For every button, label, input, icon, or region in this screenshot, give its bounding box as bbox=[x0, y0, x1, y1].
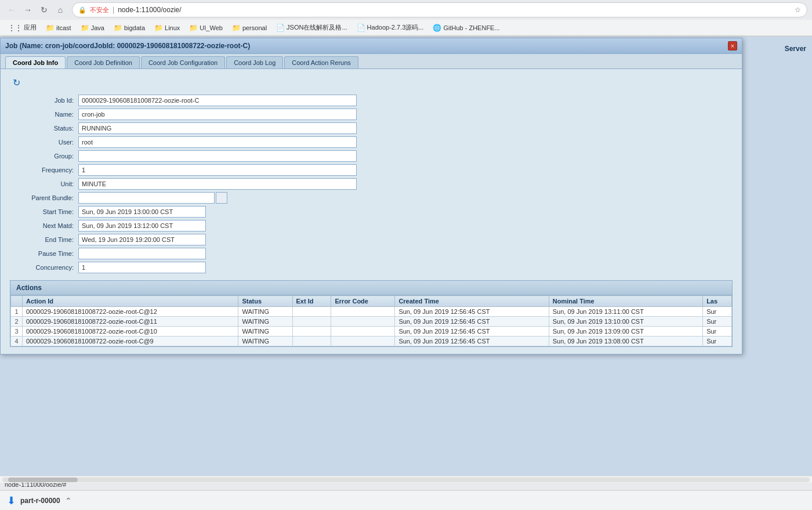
concurrency-input[interactable] bbox=[78, 262, 206, 273]
bookmark-star-icon[interactable]: ☆ bbox=[795, 6, 801, 14]
tab-coord-job-info[interactable]: Coord Job Info bbox=[5, 56, 66, 68]
parent-bundle-label: Parent Bundle: bbox=[14, 194, 78, 201]
start-time-input[interactable] bbox=[78, 206, 206, 218]
table-row[interactable]: 4 0000029-190608181008722-oozie-root-C@9… bbox=[11, 337, 732, 346]
end-time-row: End Time: bbox=[14, 234, 728, 245]
table-row[interactable]: 3 0000029-190608181008722-oozie-root-C@1… bbox=[11, 327, 732, 337]
group-label: Group: bbox=[14, 153, 78, 160]
bookmark-uiweb-label: UI_Web bbox=[200, 24, 223, 31]
bookmark-uiweb[interactable]: 📁 UI_Web bbox=[186, 23, 226, 33]
parent-bundle-input[interactable] bbox=[78, 192, 215, 204]
browser-titlebar: ← → ↻ ⌂ 🔒 不安全 | node-1:11000/oozie/ ☆ bbox=[0, 0, 812, 20]
row-nominal-time-0: Sun, 09 Jun 2019 13:11:00 CST bbox=[549, 307, 702, 317]
bookmark-hadoop[interactable]: 📄 Hadoop-2.7.3源码... bbox=[353, 22, 427, 33]
download-bar: ⬇ part-r-00000 ⌃ bbox=[0, 490, 812, 510]
next-matd-input[interactable] bbox=[78, 220, 206, 232]
col-num bbox=[11, 296, 23, 307]
status-input[interactable] bbox=[78, 122, 357, 134]
row-num-2: 3 bbox=[11, 327, 23, 337]
page-icon-2: 📄 bbox=[357, 24, 365, 32]
bookmark-linux[interactable]: 📁 Linux bbox=[151, 23, 183, 33]
folder-icon-1: 📁 bbox=[46, 24, 55, 32]
status-row: Status: bbox=[14, 122, 728, 134]
frequency-input[interactable] bbox=[78, 164, 357, 176]
row-created-time-3: Sun, 09 Jun 2019 12:56:45 CST bbox=[395, 337, 549, 346]
table-row[interactable]: 1 0000029-190608181008722-oozie-root-C@1… bbox=[11, 307, 732, 317]
horizontal-scrollbar[interactable] bbox=[0, 476, 812, 483]
status-label: Status: bbox=[14, 125, 78, 132]
row-created-time-1: Sun, 09 Jun 2019 12:56:45 CST bbox=[395, 317, 549, 327]
frequency-label: Frequency: bbox=[14, 167, 78, 173]
job-id-input[interactable] bbox=[78, 95, 357, 106]
bookmark-java[interactable]: 📁 Java bbox=[77, 23, 108, 33]
bookmark-hadoop-label: Hadoop-2.7.3源码... bbox=[367, 23, 424, 32]
bookmark-java-label: Java bbox=[91, 24, 104, 31]
user-input[interactable] bbox=[78, 136, 357, 148]
actions-section: Actions Action Id Status Ext Id Error Co… bbox=[10, 280, 733, 347]
server-label: Server bbox=[785, 45, 806, 53]
start-time-row: Start Time: bbox=[14, 206, 728, 218]
bookmark-apps[interactable]: ⋮⋮ 应用 bbox=[5, 22, 40, 33]
row-las-2: Sur bbox=[703, 327, 732, 337]
col-error-code: Error Code bbox=[331, 296, 395, 307]
user-row: User: bbox=[14, 136, 728, 148]
bookmark-personal[interactable]: 📁 personal bbox=[229, 23, 270, 33]
col-status: Status bbox=[238, 296, 292, 307]
name-input[interactable] bbox=[78, 108, 357, 120]
start-time-label: Start Time: bbox=[14, 208, 78, 215]
unit-row: Unit: bbox=[14, 178, 728, 190]
folder-icon-5: 📁 bbox=[189, 24, 198, 32]
download-filename: part-r-00000 bbox=[20, 497, 60, 505]
row-ext-id-1 bbox=[292, 317, 331, 327]
col-ext-id: Ext Id bbox=[292, 296, 331, 307]
col-nominal-time: Nominal Time bbox=[549, 296, 702, 307]
tab-coord-job-definition[interactable]: Coord Job Definition bbox=[67, 56, 140, 68]
dialog-titlebar: Job (Name: cron-job/coordJobId: 0000029-… bbox=[1, 38, 742, 54]
row-ext-id-2 bbox=[292, 327, 331, 337]
user-label: User: bbox=[14, 139, 78, 146]
row-ext-id-0 bbox=[292, 307, 331, 317]
pause-time-input[interactable] bbox=[78, 248, 206, 259]
bookmark-json[interactable]: 📄 JSON在线解析及格... bbox=[273, 22, 351, 33]
row-status-0: WAITING bbox=[238, 307, 292, 317]
row-error-code-0 bbox=[331, 307, 395, 317]
bookmark-github[interactable]: 🌐 GitHub - ZHENFE... bbox=[429, 23, 503, 33]
dialog-title: Job (Name: cron-job/coordJobId: 0000029-… bbox=[5, 42, 250, 50]
tab-coord-action-reruns[interactable]: Coord Action Reruns bbox=[284, 56, 358, 68]
dialog-close-button[interactable]: × bbox=[728, 41, 737, 50]
row-status-2: WAITING bbox=[238, 327, 292, 337]
forward-button[interactable]: → bbox=[21, 3, 35, 17]
table-row[interactable]: 2 0000029-190608181008722-oozie-root-C@1… bbox=[11, 317, 732, 327]
row-created-time-0: Sun, 09 Jun 2019 12:56:45 CST bbox=[395, 307, 549, 317]
end-time-input[interactable] bbox=[78, 234, 206, 245]
bookmark-itcast-label: itcast bbox=[56, 24, 71, 31]
actions-header: Actions bbox=[10, 281, 732, 295]
col-created-time: Created Time bbox=[395, 296, 549, 307]
group-input[interactable] bbox=[78, 150, 357, 162]
address-bar[interactable]: 🔒 不安全 | node-1:11000/oozie/ ☆ bbox=[72, 2, 807, 17]
home-button[interactable]: ⌂ bbox=[53, 3, 67, 17]
unit-input[interactable] bbox=[78, 178, 357, 190]
row-action-id-1: 0000029-190608181008722-oozie-root-C@11 bbox=[23, 317, 238, 327]
tab-coord-job-configuration[interactable]: Coord Job Configuration bbox=[141, 56, 225, 68]
bookmark-linux-label: Linux bbox=[165, 24, 180, 31]
bookmark-apps-label: 应用 bbox=[24, 23, 37, 32]
unit-label: Unit: bbox=[14, 180, 78, 187]
apps-icon: ⋮⋮ bbox=[8, 24, 22, 32]
row-ext-id-3 bbox=[292, 337, 331, 346]
bookmark-itcast[interactable]: 📁 itcast bbox=[42, 23, 75, 33]
row-las-1: Sur bbox=[703, 317, 732, 327]
scrollbar-thumb[interactable] bbox=[8, 478, 78, 482]
group-row: Group: bbox=[14, 150, 728, 162]
row-error-code-1 bbox=[331, 317, 395, 327]
back-button[interactable]: ← bbox=[5, 3, 19, 17]
bookmarks-bar: ⋮⋮ 应用 📁 itcast 📁 Java 📁 bigdata 📁 Linux … bbox=[0, 20, 812, 36]
reload-button[interactable]: ↻ bbox=[37, 3, 51, 17]
name-label: Name: bbox=[14, 111, 78, 118]
dialog-content: ↻ Job Id: Name: Status: User: bbox=[1, 69, 742, 354]
tabs-bar: Coord Job Info Coord Job Definition Coor… bbox=[1, 54, 742, 69]
tab-coord-job-log[interactable]: Coord Job Log bbox=[226, 56, 283, 68]
refresh-button[interactable]: ↻ bbox=[10, 76, 23, 89]
download-expand-button[interactable]: ⌃ bbox=[65, 496, 72, 505]
bookmark-bigdata[interactable]: 📁 bigdata bbox=[110, 23, 148, 33]
